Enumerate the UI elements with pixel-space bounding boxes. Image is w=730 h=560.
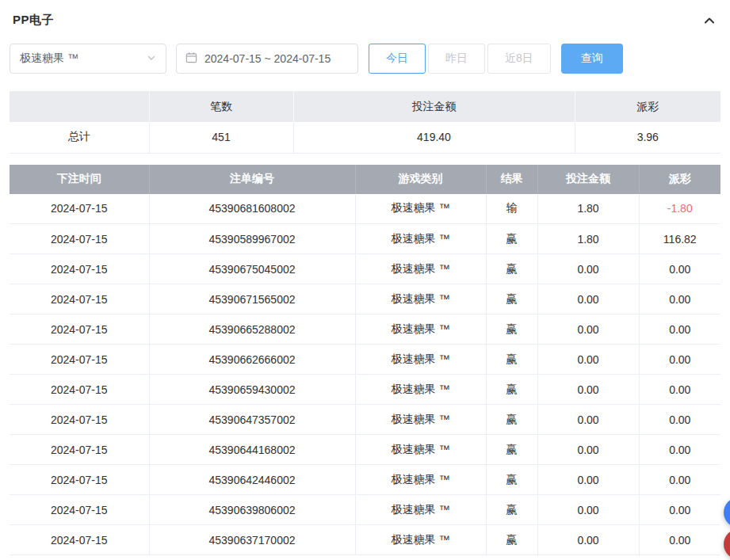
collapse-chevron-up-icon[interactable] bbox=[703, 14, 716, 27]
cell-bet-time: 2024-07-15 bbox=[10, 465, 149, 495]
search-button[interactable]: 查询 bbox=[561, 44, 623, 74]
cell-result: 输 bbox=[486, 194, 537, 224]
cell-bet-time: 2024-07-15 bbox=[10, 495, 149, 525]
cell-payout: 116.82 bbox=[639, 224, 720, 254]
cell-result: 赢 bbox=[486, 495, 537, 525]
quick-btn-yesterday[interactable]: 昨日 bbox=[428, 44, 485, 74]
cell-payout: 0.00 bbox=[639, 254, 720, 284]
cell-result: 赢 bbox=[486, 284, 537, 314]
game-select[interactable]: 极速糖果 ™ bbox=[10, 44, 166, 74]
cell-game-type: 极速糖果 ™ bbox=[355, 284, 486, 314]
cell-bet-amount: 0.00 bbox=[537, 405, 639, 435]
cell-bet-amount: 0.00 bbox=[537, 284, 639, 314]
records-header-result: 结果 bbox=[486, 165, 537, 194]
table-row: 2024-07-15 45390659430002 极速糖果 ™ 赢 0.00 … bbox=[10, 375, 720, 405]
cell-game-type: 极速糖果 ™ bbox=[355, 224, 486, 254]
pp-electronic-panel: PP电子 极速糖果 ™ 2024-07-15 ~ 2024-07-15 今日 昨… bbox=[0, 0, 730, 555]
cell-bet-amount: 0.00 bbox=[537, 314, 639, 345]
records-header-bet-id: 注单编号 bbox=[149, 165, 355, 194]
panel-header: PP电子 bbox=[10, 0, 720, 32]
cell-result: 赢 bbox=[486, 525, 537, 555]
summary-table: 笔数 投注金额 派彩 总计 451 419.40 3.96 bbox=[10, 91, 720, 154]
cell-bet-id: 45390589967002 bbox=[149, 224, 355, 254]
quick-btn-last8days[interactable]: 近8日 bbox=[487, 44, 551, 74]
cell-bet-amount: 0.00 bbox=[537, 254, 639, 284]
cell-bet-id: 45390642446002 bbox=[149, 465, 355, 495]
cell-payout: 0.00 bbox=[639, 345, 720, 375]
table-row: 2024-07-15 45390639806002 极速糖果 ™ 赢 0.00 … bbox=[10, 495, 720, 525]
records-header-game-type: 游戏类别 bbox=[355, 165, 486, 194]
summary-total-bet-amount: 419.40 bbox=[293, 122, 575, 153]
cell-game-type: 极速糖果 ™ bbox=[355, 314, 486, 345]
cell-bet-time: 2024-07-15 bbox=[10, 435, 149, 465]
cell-bet-time: 2024-07-15 bbox=[10, 254, 149, 284]
cell-payout: 0.00 bbox=[639, 284, 720, 314]
cell-game-type: 极速糖果 ™ bbox=[355, 495, 486, 525]
cell-bet-amount: 0.00 bbox=[537, 465, 639, 495]
summary-header-bet-amount: 投注金额 bbox=[293, 91, 575, 122]
cell-result: 赢 bbox=[486, 405, 537, 435]
cell-payout: 0.00 bbox=[639, 465, 720, 495]
summary-header-row: 笔数 投注金额 派彩 bbox=[10, 91, 720, 122]
cell-game-type: 极速糖果 ™ bbox=[355, 465, 486, 495]
cell-game-type: 极速糖果 ™ bbox=[355, 375, 486, 405]
table-row: 2024-07-15 45390637170002 极速糖果 ™ 赢 0.00 … bbox=[10, 525, 720, 555]
date-range-input[interactable]: 2024-07-15 ~ 2024-07-15 bbox=[176, 44, 358, 74]
summary-total-row: 总计 451 419.40 3.96 bbox=[10, 122, 720, 153]
chevron-down-icon bbox=[147, 52, 156, 65]
cell-bet-id: 45390644168002 bbox=[149, 435, 355, 465]
cell-result: 赢 bbox=[486, 435, 537, 465]
cell-bet-amount: 0.00 bbox=[537, 525, 639, 555]
table-row: 2024-07-15 45390665288002 极速糖果 ™ 赢 0.00 … bbox=[10, 314, 720, 345]
filter-row: 极速糖果 ™ 2024-07-15 ~ 2024-07-15 今日 昨日 近8日… bbox=[10, 44, 720, 74]
cell-result: 赢 bbox=[486, 345, 537, 375]
cell-game-type: 极速糖果 ™ bbox=[355, 345, 486, 375]
cell-game-type: 极速糖果 ™ bbox=[355, 405, 486, 435]
cell-bet-time: 2024-07-15 bbox=[10, 194, 149, 224]
records-tbody: 2024-07-15 45390681608002 极速糖果 ™ 输 1.80 … bbox=[10, 194, 720, 555]
cell-payout: 0.00 bbox=[639, 314, 720, 345]
quick-btn-today[interactable]: 今日 bbox=[369, 44, 426, 74]
cell-result: 赢 bbox=[486, 314, 537, 345]
cell-bet-id: 45390665288002 bbox=[149, 314, 355, 345]
cell-bet-time: 2024-07-15 bbox=[10, 345, 149, 375]
quick-filter-group: 今日 昨日 近8日 bbox=[366, 44, 551, 74]
cell-result: 赢 bbox=[486, 254, 537, 284]
cell-bet-amount: 0.00 bbox=[537, 435, 639, 465]
cell-game-type: 极速糖果 ™ bbox=[355, 194, 486, 224]
cell-bet-id: 45390681608002 bbox=[149, 194, 355, 224]
cell-bet-id: 45390639806002 bbox=[149, 495, 355, 525]
table-row: 2024-07-15 45390642446002 极速糖果 ™ 赢 0.00 … bbox=[10, 465, 720, 495]
table-row: 2024-07-15 45390671565002 极速糖果 ™ 赢 0.00 … bbox=[10, 284, 720, 314]
cell-payout: 0.00 bbox=[639, 435, 720, 465]
cell-payout: 0.00 bbox=[639, 525, 720, 555]
cell-game-type: 极速糖果 ™ bbox=[355, 254, 486, 284]
table-row: 2024-07-15 45390681608002 极速糖果 ™ 输 1.80 … bbox=[10, 194, 720, 224]
cell-bet-id: 45390671565002 bbox=[149, 284, 355, 314]
cell-bet-time: 2024-07-15 bbox=[10, 405, 149, 435]
cell-payout: 0.00 bbox=[639, 405, 720, 435]
cell-game-type: 极速糖果 ™ bbox=[355, 525, 486, 555]
table-row: 2024-07-15 45390647357002 极速糖果 ™ 赢 0.00 … bbox=[10, 405, 720, 435]
cell-payout: -1.80 bbox=[639, 194, 720, 224]
cell-bet-id: 45390637170002 bbox=[149, 525, 355, 555]
cell-bet-id: 45390659430002 bbox=[149, 375, 355, 405]
summary-total-label: 总计 bbox=[10, 122, 149, 153]
records-header-bet-time: 下注时间 bbox=[10, 165, 149, 194]
records-header-bet-amount: 投注金额 bbox=[537, 165, 639, 194]
records-table: 下注时间 注单编号 游戏类别 结果 投注金额 派彩 2024-07-15 453… bbox=[10, 165, 720, 556]
cell-bet-amount: 1.80 bbox=[537, 224, 639, 254]
cell-bet-id: 45390647357002 bbox=[149, 405, 355, 435]
cell-bet-id: 45390675045002 bbox=[149, 254, 355, 284]
page-title: PP电子 bbox=[13, 13, 54, 28]
date-range-value: 2024-07-15 ~ 2024-07-15 bbox=[204, 52, 331, 65]
summary-header-empty bbox=[10, 91, 149, 122]
records-header-payout: 派彩 bbox=[639, 165, 720, 194]
cell-bet-amount: 1.80 bbox=[537, 194, 639, 224]
game-select-value: 极速糖果 ™ bbox=[20, 51, 78, 66]
cell-game-type: 极速糖果 ™ bbox=[355, 435, 486, 465]
cell-bet-time: 2024-07-15 bbox=[10, 314, 149, 345]
cell-result: 赢 bbox=[486, 465, 537, 495]
summary-total-count: 451 bbox=[149, 122, 293, 153]
cell-bet-amount: 0.00 bbox=[537, 375, 639, 405]
